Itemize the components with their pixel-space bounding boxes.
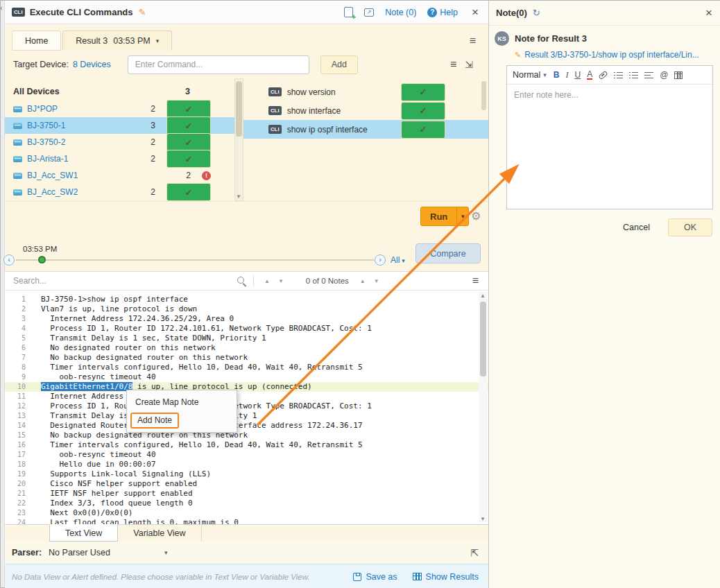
bullet-list-icon[interactable] — [629, 71, 638, 79]
device-row[interactable]: BJ*POP2✓ — [5, 101, 234, 117]
mention-icon[interactable]: @ — [660, 71, 668, 79]
device-name: BJ-3750-1 — [27, 121, 142, 130]
parser-dropdown-icon[interactable]: ▾ — [164, 549, 168, 556]
chevron-down-icon[interactable]: ▾ — [156, 37, 160, 44]
command-row[interactable]: CLIshow version✓ — [243, 83, 488, 101]
settings-gear-icon[interactable]: ⚙ — [471, 209, 481, 223]
window-title: Execute CLI Commands — [30, 7, 133, 17]
device-command-count: 2 — [142, 104, 155, 114]
timeline-track[interactable] — [16, 259, 374, 261]
show-results-button[interactable]: Show Results — [413, 572, 479, 582]
tab-text-view[interactable]: Text View — [49, 524, 118, 542]
line-number: 3 — [5, 314, 26, 324]
device-icon — [13, 139, 22, 146]
note-text-input[interactable]: Enter note here... — [507, 85, 712, 209]
insert-table-icon[interactable] — [674, 71, 683, 79]
parser-value[interactable]: No Parser Used — [49, 548, 110, 557]
device-row[interactable]: BJ_Acc_SW22✓ — [5, 184, 234, 200]
cli-output-view[interactable]: 1BJ-3750-1>show ip ospf interface2Vlan7 … — [5, 291, 488, 524]
note-count-link[interactable]: Note (0) — [385, 8, 416, 17]
result-menu-icon[interactable]: ≡ — [472, 275, 479, 286]
result-link[interactable]: Result 3/BJ-3750-1/show ip ospf interfac… — [524, 50, 698, 60]
save-as-button[interactable]: Save as — [353, 572, 397, 582]
cancel-button[interactable]: Cancel — [623, 223, 650, 232]
command-input[interactable] — [128, 55, 309, 74]
line-number: 11 — [5, 392, 26, 401]
line-text: Supports Link-local Signaling (LLS) — [26, 469, 211, 479]
code-line: 6 No designated router on this network — [5, 343, 488, 353]
command-row[interactable]: CLIshow interface✓ — [243, 101, 488, 120]
run-button[interactable]: Run ▾ — [420, 207, 469, 226]
help-link[interactable]: ? Help — [427, 8, 458, 17]
run-dropdown-icon[interactable]: ▾ — [456, 207, 468, 225]
device-row[interactable]: BJ-3750-22✓ — [5, 134, 234, 150]
note-next-icon[interactable]: ▼ — [374, 278, 379, 284]
runbook-icon[interactable] — [344, 7, 353, 17]
link-icon[interactable] — [598, 70, 608, 80]
command-list-scrollbar[interactable] — [481, 81, 487, 198]
expand-panel-icon[interactable]: ⇱ — [470, 547, 479, 558]
scroll-down-icon[interactable]: ▼ — [480, 516, 486, 522]
menu-item-add-note[interactable]: Add Note — [127, 411, 237, 429]
menu-item-create-map-note[interactable]: Create Map Note — [127, 393, 237, 411]
scrollbar-thumb[interactable] — [481, 81, 486, 110]
scrollbar-thumb[interactable] — [236, 81, 242, 137]
refresh-icon[interactable]: ↻ — [533, 8, 540, 18]
timeline-next-button[interactable]: › — [375, 254, 386, 266]
run-row: Run ▾ ⚙ — [5, 202, 488, 233]
tab-home[interactable]: Home — [12, 31, 61, 51]
success-icon: ✓ — [166, 183, 211, 201]
editor-toolbar: Normal ▾ BIUA@ — [507, 66, 712, 85]
line-number: 16 — [5, 440, 26, 450]
ok-button[interactable]: OK — [668, 218, 712, 236]
search-icon[interactable] — [237, 276, 247, 286]
tab-result-3[interactable]: Result 3 03:53 PM ▾ — [62, 31, 172, 51]
device-row[interactable]: BJ_Acc_SW12! — [5, 167, 234, 184]
timeline-prev-button[interactable]: ‹ — [3, 254, 15, 266]
italic-icon[interactable]: I — [566, 71, 569, 79]
find-prev-icon[interactable]: ▲ — [264, 278, 270, 284]
note-panel-close-icon[interactable]: × — [705, 7, 712, 19]
device-icon — [13, 189, 22, 196]
paragraph-style-selector[interactable]: Normal ▾ — [513, 70, 547, 80]
line-number: 19 — [5, 469, 26, 479]
device-row[interactable]: BJ-3750-13✓ — [5, 117, 234, 134]
timeline-filter-dropdown[interactable]: All▾ — [391, 255, 405, 265]
code-line: 21 IETF NSF helper support enabled — [5, 489, 488, 499]
compare-button[interactable]: Compare — [415, 243, 481, 263]
note-prev-icon[interactable]: ▲ — [360, 278, 366, 284]
device-list-scrollbar[interactable]: ▼ — [234, 78, 243, 201]
command-row[interactable]: CLIshow ip ospf interface✓ — [243, 120, 488, 139]
scroll-up-icon[interactable]: ▲ — [480, 293, 486, 299]
numbered-list-icon[interactable] — [614, 71, 623, 79]
share-window-icon[interactable]: ↗ — [364, 8, 374, 17]
selected-token[interactable]: GigabitEthernet1/0/8 — [41, 382, 132, 391]
command-menu-icon[interactable]: ≡ — [450, 59, 456, 70]
scrollbar-thumb[interactable] — [480, 302, 486, 377]
close-icon[interactable]: × — [472, 6, 479, 18]
device-icon — [13, 156, 22, 162]
collapse-panel-icon[interactable]: ⇲ — [465, 59, 473, 70]
bold-icon[interactable]: B — [554, 71, 560, 79]
device-command-count: 2 — [177, 171, 191, 180]
tab-variable-view[interactable]: Variable View — [118, 525, 201, 542]
add-command-button[interactable]: Add — [320, 55, 358, 74]
tab-menu-icon[interactable]: ≡ — [470, 35, 476, 46]
command-bar: Target Device: 8 Devices Add ≡ ⇲ — [5, 51, 488, 78]
timeline-marker[interactable] — [38, 256, 46, 263]
note-title: Note for Result 3 — [515, 33, 587, 44]
edit-pencil-icon[interactable]: ✎ — [139, 7, 146, 17]
code-line: 24 Last flood scan length is 0, maximum … — [5, 518, 488, 524]
font-color-icon[interactable]: A — [587, 70, 592, 80]
search-input[interactable] — [13, 276, 237, 286]
target-device-value[interactable]: 8 Devices — [73, 60, 111, 69]
output-scrollbar[interactable]: ▲ ▼ — [479, 292, 488, 523]
code-lines: 1BJ-3750-1>show ip ospf interface2Vlan7 … — [5, 295, 488, 524]
device-row[interactable]: BJ-Arista-12✓ — [5, 150, 234, 167]
line-number: 1 — [5, 295, 26, 304]
scroll-down-icon[interactable]: ▼ — [236, 193, 241, 200]
underline-icon[interactable]: U — [575, 71, 581, 79]
line-text: Next 0x0(0)/0x0(0) — [26, 508, 132, 518]
find-next-icon[interactable]: ▼ — [278, 278, 284, 284]
align-left-icon[interactable] — [644, 71, 653, 79]
